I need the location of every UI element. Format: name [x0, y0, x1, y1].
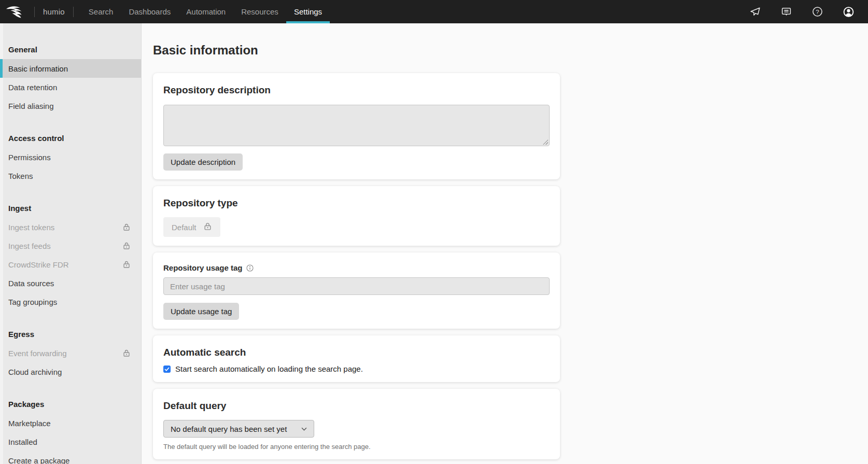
account-icon[interactable] — [843, 6, 855, 18]
nav-tab-settings[interactable]: Settings — [286, 0, 330, 23]
usage-tag-label: Repository usage tag — [163, 263, 243, 273]
announcements-icon[interactable] — [749, 6, 761, 18]
automatic-search-card: Automatic search Start search automatica… — [153, 335, 560, 382]
sidebar-item-marketplace[interactable]: Marketplace — [0, 414, 141, 432]
help-icon[interactable]: ? — [811, 6, 823, 18]
info-icon[interactable] — [246, 264, 254, 272]
lock-icon — [122, 349, 131, 357]
page-shell: General Basic information Data retention… — [0, 23, 868, 464]
crowdstrike-falcon-logo[interactable] — [0, 0, 34, 23]
lock-icon — [122, 260, 131, 269]
nav-tab-search[interactable]: Search — [81, 0, 121, 23]
default-query-helper-text: The default query will be loaded for any… — [163, 443, 550, 451]
nav-divider — [73, 7, 74, 17]
default-query-selected-value: No default query has been set yet — [171, 425, 287, 433]
automatic-search-row: Start search automatically on loading th… — [163, 364, 550, 373]
default-query-title: Default query — [163, 399, 550, 413]
top-nav: humio Search Dashboards Automation Resou… — [0, 0, 868, 23]
repository-description-input[interactable] — [163, 105, 550, 146]
sidebar-item-label: Ingest tokens — [8, 223, 54, 232]
nav-tab-automation[interactable]: Automation — [178, 0, 233, 23]
falcon-icon — [5, 4, 27, 20]
sidebar-item-create-a-package[interactable]: Create a package — [0, 451, 141, 464]
settings-content: Basic information Repository description… — [142, 23, 868, 464]
sidebar-item-basic-information[interactable]: Basic information — [0, 59, 141, 78]
brand-name[interactable]: humio — [35, 0, 73, 23]
sidebar-section-ingest: Ingest — [0, 202, 141, 215]
lock-icon — [203, 222, 212, 232]
repository-usage-tag-card: Repository usage tag Update usage tag — [153, 252, 560, 329]
chevron-down-icon — [301, 427, 307, 431]
repository-type-card: Repository type Default — [153, 186, 560, 246]
sidebar-item-label: Event forwarding — [8, 349, 67, 358]
sidebar-item-permissions[interactable]: Permissions — [0, 148, 141, 166]
sidebar-item-installed[interactable]: Installed — [0, 432, 141, 451]
sidebar-item-ingest-feeds: Ingest feeds — [0, 236, 141, 255]
repository-type-label: Default — [172, 223, 197, 232]
repository-type-value: Default — [163, 217, 220, 237]
sidebar-item-crowdstrike-fdr: CrowdStrike FDR — [0, 255, 141, 274]
sidebar-section-general: General — [0, 44, 141, 56]
sidebar-item-data-sources[interactable]: Data sources — [0, 274, 141, 292]
sidebar-item-event-forwarding: Event forwarding — [0, 344, 141, 362]
primary-nav: Search Dashboards Automation Resources S… — [81, 0, 330, 23]
page-title: Basic information — [153, 42, 856, 59]
nav-tab-dashboards[interactable]: Dashboards — [121, 0, 178, 23]
update-description-button[interactable]: Update description — [163, 153, 243, 171]
sidebar-item-field-aliasing[interactable]: Field aliasing — [0, 96, 141, 115]
nav-icon-group: ? — [749, 0, 868, 23]
default-query-card: Default query No default query has been … — [153, 389, 560, 459]
sidebar-section-egress: Egress — [0, 328, 141, 341]
nav-tab-resources[interactable]: Resources — [233, 0, 286, 23]
sidebar-item-ingest-tokens: Ingest tokens — [0, 218, 141, 236]
nav-spacer — [330, 0, 749, 23]
usage-tag-input[interactable] — [163, 277, 550, 295]
sidebar-item-data-retention[interactable]: Data retention — [0, 78, 141, 96]
lock-icon — [122, 223, 131, 231]
feedback-icon[interactable] — [780, 6, 792, 18]
update-usage-tag-button[interactable]: Update usage tag — [163, 303, 239, 320]
settings-sidebar: General Basic information Data retention… — [0, 23, 142, 464]
sidebar-item-label: Ingest feeds — [8, 242, 51, 250]
default-query-select[interactable]: No default query has been set yet — [163, 420, 314, 438]
sidebar-item-label: CrowdStrike FDR — [8, 260, 69, 269]
usage-tag-label-row: Repository usage tag — [163, 263, 550, 273]
sidebar-item-cloud-archiving[interactable]: Cloud archiving — [0, 362, 141, 381]
lock-icon — [122, 242, 131, 250]
automatic-search-label[interactable]: Start search automatically on loading th… — [175, 364, 363, 373]
sidebar-section-packages: Packages — [0, 398, 141, 411]
sidebar-section-access-control: Access control — [0, 132, 141, 145]
repository-description-title: Repository description — [163, 83, 550, 97]
svg-text:?: ? — [816, 9, 819, 15]
automatic-search-checkbox[interactable] — [163, 365, 171, 373]
automatic-search-title: Automatic search — [163, 346, 550, 359]
checkmark-icon — [164, 367, 170, 371]
sidebar-item-tag-groupings[interactable]: Tag groupings — [0, 292, 141, 311]
description-textarea-wrap — [163, 105, 550, 146]
sidebar-item-tokens[interactable]: Tokens — [0, 166, 141, 185]
repository-description-card: Repository description Update descriptio… — [153, 73, 560, 179]
repository-type-title: Repository type — [163, 196, 550, 210]
